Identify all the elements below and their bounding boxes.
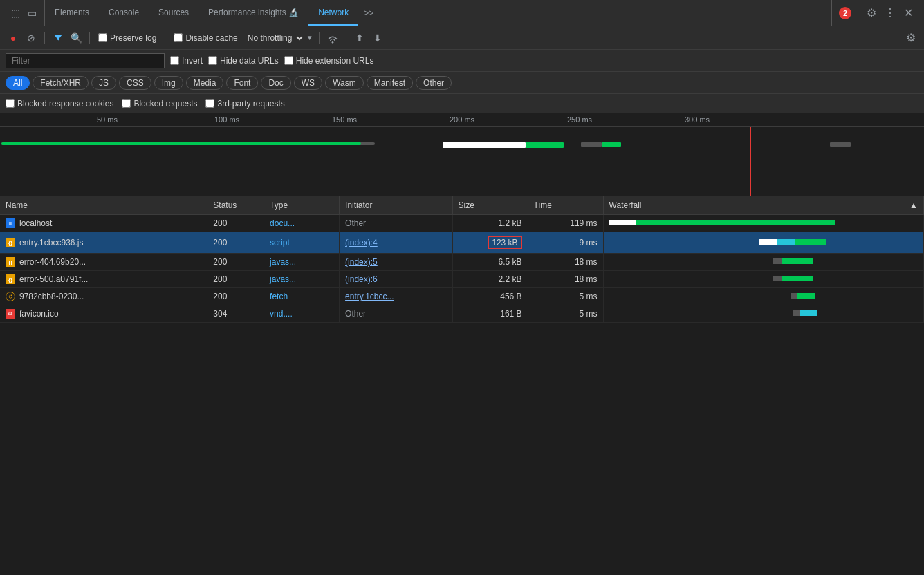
row-time-cell: 5 ms — [528, 305, 603, 323]
col-header-initiator[interactable]: Initiator — [340, 196, 453, 215]
wf-bar-segment — [797, 293, 815, 299]
type-pill-all[interactable]: All — [6, 76, 30, 90]
import-icon[interactable]: ⬆ — [352, 30, 367, 46]
type-pill-js[interactable]: JS — [91, 76, 116, 90]
throttle-select[interactable]: No throttling — [243, 32, 305, 44]
type-pill-ws[interactable]: WS — [294, 76, 322, 90]
hide-ext-urls-toggle[interactable]: Hide extension URLs — [284, 56, 374, 66]
filter-input[interactable] — [6, 53, 165, 68]
file-icon-ico: 🖼 — [6, 309, 15, 319]
tab-performance-insights[interactable]: Performance insights 🔬 — [198, 0, 308, 26]
type-pill-css[interactable]: CSS — [119, 76, 151, 90]
extra-filter-2[interactable]: 3rd-party requests — [205, 99, 284, 109]
disable-cache-checkbox[interactable] — [174, 33, 183, 42]
export-icon[interactable]: ⬇ — [370, 30, 385, 46]
type-pill-other[interactable]: Other — [416, 76, 452, 90]
row-initiator-cell: entry.1cbcc... — [340, 288, 453, 305]
network-settings-icon[interactable]: ⚙ — [903, 30, 918, 46]
type-pill-doc[interactable]: Doc — [261, 76, 290, 90]
network-table-body: ≡localhost200docu...Other1.2 kB119 ms{}e… — [0, 215, 924, 323]
search-icon[interactable]: 🔍 — [68, 30, 84, 46]
tab-more-button[interactable]: >> — [358, 8, 379, 18]
timeline-ruler: 50 ms 100 ms 150 ms 200 ms 250 ms 300 ms — [0, 113, 924, 127]
initiator-link[interactable]: (index):5 — [345, 257, 378, 267]
row-name-cell: {}entry.1cbcc936.js — [0, 232, 207, 254]
record-button[interactable]: ● — [6, 30, 21, 46]
type-pill-font[interactable]: Font — [226, 76, 258, 90]
row-time-cell: 9 ms — [528, 232, 603, 254]
wf-bar-segment — [795, 239, 826, 245]
col-header-size[interactable]: Size — [452, 196, 528, 215]
row-size-cell: 123 kB — [452, 232, 528, 254]
extra-filter-checkbox-1[interactable] — [122, 99, 131, 108]
col-header-name[interactable]: Name — [0, 196, 207, 215]
timeline-chart — [0, 127, 924, 196]
hide-data-urls-toggle[interactable]: Hide data URLs — [208, 56, 279, 66]
preserve-log-toggle[interactable]: Preserve log — [95, 33, 159, 43]
file-icon-doc: ≡ — [6, 218, 15, 228]
more-vert-icon[interactable]: ⋮ — [882, 5, 898, 21]
col-header-type[interactable]: Type — [264, 196, 340, 215]
device-mode-icon[interactable]: ▭ — [25, 6, 39, 20]
initiator-link[interactable]: (index):6 — [345, 274, 378, 284]
invert-label: Invert — [182, 56, 203, 66]
close-devtools-icon[interactable]: ✕ — [901, 5, 916, 21]
tab-console[interactable]: Console — [99, 0, 149, 26]
row-time-cell: 18 ms — [528, 271, 603, 288]
tab-elements[interactable]: Elements — [45, 0, 99, 26]
preserve-log-checkbox[interactable] — [98, 33, 107, 42]
hide-data-urls-checkbox[interactable] — [208, 56, 217, 65]
type-pill-img[interactable]: Img — [154, 76, 183, 90]
tab-sources[interactable]: Sources — [149, 0, 198, 26]
type-pill-manifest[interactable]: Manifest — [367, 76, 413, 90]
network-conditions-icon[interactable] — [325, 30, 340, 46]
tick-100ms: 100 ms — [214, 115, 239, 124]
invert-filter-toggle[interactable]: Invert — [170, 56, 203, 66]
table-row[interactable]: {}error-500.a0791f...200javas...(index):… — [0, 271, 924, 288]
row-size-cell: 6.5 kB — [452, 254, 528, 271]
hide-ext-urls-checkbox[interactable] — [284, 56, 293, 65]
file-icon-js: {} — [6, 274, 15, 284]
disable-cache-toggle[interactable]: Disable cache — [171, 33, 240, 43]
type-pill-media[interactable]: Media — [186, 76, 224, 90]
row-type-cell: javas... — [264, 271, 340, 288]
row-waterfall-cell — [603, 288, 923, 305]
invert-checkbox[interactable] — [170, 56, 179, 65]
extra-filter-0[interactable]: Blocked response cookies — [6, 99, 113, 109]
col-header-time[interactable]: Time — [528, 196, 603, 215]
initiator-link[interactable]: entry.1cbcc... — [345, 292, 394, 301]
element-picker-icon[interactable]: ⬚ — [8, 6, 22, 20]
extra-filter-checkbox-0[interactable] — [6, 99, 15, 108]
row-type-cell: javas... — [264, 254, 340, 271]
tab-bar: ⬚ ▭ Elements Console Sources Performance… — [0, 0, 924, 26]
row-size-cell: 456 B — [452, 288, 528, 305]
row-name-cell: {}error-404.69b20... — [0, 254, 207, 271]
network-toolbar: ● ⊘ 🔍 Preserve log Disable cache No thro… — [0, 26, 924, 50]
error-count-badge[interactable]: 2 — [839, 7, 851, 19]
wf-bar-segment — [609, 220, 636, 225]
table-row[interactable]: ≡localhost200docu...Other1.2 kB119 ms — [0, 215, 924, 232]
throttle-area: No throttling ▼ — [243, 32, 313, 44]
table-row[interactable]: {}error-404.69b20...200javas...(index):5… — [0, 254, 924, 271]
settings-gear-icon[interactable]: ⚙ — [864, 5, 879, 21]
filter-icon[interactable] — [50, 30, 66, 46]
type-pill-wasm[interactable]: Wasm — [325, 76, 364, 90]
extra-filter-1[interactable]: Blocked requests — [122, 99, 197, 109]
table-row[interactable]: ↺9782cbb8-0230...200fetchentry.1cbcc...4… — [0, 288, 924, 305]
table-row[interactable]: {}entry.1cbcc936.js200script(index):4123… — [0, 232, 924, 254]
col-header-status[interactable]: Status — [207, 196, 264, 215]
devtools-mode-icons: ⬚ ▭ — [3, 0, 45, 26]
row-size-cell: 161 B — [452, 305, 528, 323]
row-status-cell: 200 — [207, 288, 264, 305]
extra-filter-checkbox-2[interactable] — [205, 99, 214, 108]
network-table-wrapper[interactable]: Name Status Type Initiator Size Time Wat… — [0, 196, 924, 575]
row-filename: localhost — [19, 218, 52, 228]
row-filename: error-500.a0791f... — [19, 274, 88, 284]
type-pill-fetch/xhr[interactable]: Fetch/XHR — [33, 76, 89, 90]
row-name-cell: ≡localhost — [0, 215, 207, 232]
initiator-link[interactable]: (index):4 — [345, 238, 378, 247]
clear-button[interactable]: ⊘ — [24, 30, 39, 46]
col-header-waterfall[interactable]: Waterfall ▲ — [603, 196, 923, 215]
table-row[interactable]: 🖼favicon.ico304vnd....Other161 B5 ms — [0, 305, 924, 323]
tab-network[interactable]: Network — [308, 0, 358, 26]
